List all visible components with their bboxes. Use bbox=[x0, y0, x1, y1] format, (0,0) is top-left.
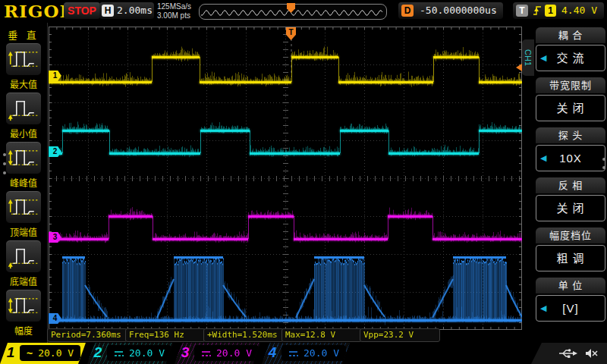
measurement-max: Max=12.8 V bbox=[281, 328, 362, 342]
channel2-badge[interactable]: 2 20.0 V bbox=[87, 343, 173, 364]
measurement-period: Period=7.360ms bbox=[47, 328, 127, 342]
menu-group-title: 单 位 bbox=[536, 278, 605, 293]
unit-value: [V] bbox=[562, 302, 578, 315]
left-measure-menu: 垂 直 最大值 最小值 峰峰值 顶端值 底端值 bbox=[0, 23, 48, 344]
rising-edge-icon bbox=[532, 5, 543, 17]
bandwidth-value: 关 闭 bbox=[556, 102, 584, 115]
invert-button[interactable]: 关 闭 bbox=[536, 195, 605, 221]
timebase-value: 2.00ms bbox=[117, 5, 153, 16]
probe-ratio-button[interactable]: ◀ 10X bbox=[536, 145, 605, 171]
menu-group-title: 带宽限制 bbox=[536, 77, 605, 93]
chevron-left-icon: ◀ bbox=[540, 146, 547, 171]
vernier-button[interactable]: 粗 调 bbox=[536, 245, 605, 271]
menu-item-vpp[interactable]: 峰峰值 bbox=[0, 141, 47, 190]
horizontal-timebase-group[interactable]: H 2.00ms bbox=[99, 2, 154, 19]
coupling-value: 交 流 bbox=[556, 52, 584, 64]
channel1-badge[interactable]: 1 ~ 20.0 V bbox=[0, 343, 86, 364]
measure-vpp-icon bbox=[5, 141, 42, 174]
channel2-number: 2 bbox=[90, 344, 105, 361]
right-channel-menu: CH1 耦 合 ◀ 交 流 带宽限制 关 闭 探 头 ◀ 10X bbox=[522, 23, 607, 344]
oscilloscope-screen: RIGOL STOP H 2.00ms 125MSa/s 3.00M pts D… bbox=[0, 0, 607, 364]
measurement-pos-width: +Width=1.520ms bbox=[203, 328, 284, 342]
invert-value: 关 闭 bbox=[556, 202, 584, 215]
brand-logo: RIGOL bbox=[4, 1, 73, 21]
delay-value: -50.0000000us bbox=[420, 5, 497, 16]
measurement-vpp: Vpp=23.2 V bbox=[360, 328, 440, 342]
run-stop-status[interactable]: STOP bbox=[64, 2, 100, 19]
usb-icon bbox=[558, 348, 577, 359]
top-status-bar: RIGOL STOP H 2.00ms 125MSa/s 3.00M pts D… bbox=[0, 0, 607, 23]
chevron-left-icon: ◀ bbox=[540, 296, 547, 321]
menu-group-vernier: 幅度档位 粗 调 bbox=[536, 228, 605, 271]
trigger-source-badge: 1 bbox=[545, 5, 556, 17]
menu-group-title: 耦 合 bbox=[536, 27, 605, 43]
unit-button[interactable]: ◀ [V] bbox=[536, 295, 605, 322]
right-menu-page-dots bbox=[602, 158, 605, 174]
trigger-delay-group[interactable]: D -50.0000000us bbox=[398, 2, 503, 19]
menu-item-vmin[interactable]: 最小值 bbox=[0, 92, 47, 141]
menu-group-title: 幅度档位 bbox=[536, 228, 605, 243]
delay-icon: D bbox=[401, 5, 414, 17]
trigger-status-group[interactable]: T 1 4.40 V bbox=[513, 2, 604, 19]
channel3-badge[interactable]: 3 20.0 V bbox=[175, 343, 260, 364]
measure-vmin-icon bbox=[5, 92, 42, 125]
menu-item-label: 最大值 bbox=[0, 77, 47, 90]
probe-value: 10X bbox=[559, 152, 582, 165]
menu-group-coupling: 耦 合 ◀ 交 流 bbox=[536, 27, 605, 71]
menu-item-label: 顶端值 bbox=[0, 225, 47, 238]
measurement-freq: Freq=136 Hz bbox=[125, 328, 206, 342]
channel4-number: 4 bbox=[265, 344, 280, 361]
channel4-badge[interactable]: 4 20.0 V bbox=[262, 343, 350, 364]
coupling-button[interactable]: ◀ 交 流 bbox=[536, 45, 605, 71]
measure-vamp-icon bbox=[5, 289, 42, 322]
waveform-display[interactable] bbox=[49, 27, 522, 330]
menu-group-title: 探 头 bbox=[536, 127, 605, 143]
channel4-scale: 20.0 V bbox=[304, 347, 339, 359]
menu-item-label: 底端值 bbox=[0, 275, 47, 287]
menu-item-vmax[interactable]: 最大值 bbox=[0, 42, 47, 92]
channel1-number: 1 bbox=[3, 344, 18, 361]
channel2-scale: 20.0 V bbox=[129, 347, 165, 359]
menu-item-vtop[interactable]: 顶端值 bbox=[0, 190, 47, 240]
horizontal-icon: H bbox=[102, 5, 114, 17]
menu-group-probe: 探 头 ◀ 10X bbox=[536, 127, 605, 171]
measure-vbase-icon bbox=[5, 240, 42, 273]
menu-item-label: 最小值 bbox=[0, 127, 47, 140]
measure-vtop-icon bbox=[5, 190, 42, 224]
system-status-panel bbox=[531, 343, 607, 364]
channel-status-bar: 1 ~ 20.0 V 2 20.0 V 3 bbox=[0, 343, 607, 364]
speaker-muted-icon bbox=[585, 348, 598, 359]
channel3-scale: 20.0 V bbox=[216, 347, 252, 359]
menu-group-invert: 反 相 关 闭 bbox=[536, 177, 605, 221]
trigger-icon: T bbox=[516, 5, 528, 17]
ac-coupling-icon: ~ bbox=[27, 347, 33, 359]
bandwidth-limit-button[interactable]: 关 闭 bbox=[536, 95, 605, 121]
dc-coupling-icon bbox=[114, 350, 124, 357]
menu-group-bandwidth: 带宽限制 关 闭 bbox=[536, 77, 605, 121]
channel-menu-tab[interactable]: CH1 bbox=[522, 39, 534, 76]
memory-depth: 3.00M pts bbox=[157, 11, 191, 20]
menu-item-vbase[interactable]: 底端值 bbox=[0, 240, 47, 289]
acquisition-info: 125MSa/s 3.00M pts bbox=[157, 2, 191, 20]
dc-coupling-icon bbox=[288, 350, 298, 357]
menu-item-vamp[interactable]: 幅度 bbox=[0, 289, 47, 338]
sample-rate: 125MSa/s bbox=[157, 2, 191, 11]
left-menu-page-dots bbox=[3, 153, 6, 180]
menu-item-label: 幅度 bbox=[0, 324, 47, 337]
trigger-level-value: 4.40 V bbox=[561, 5, 597, 16]
menu-item-label: 峰峰值 bbox=[0, 176, 47, 189]
measure-vmax-icon bbox=[5, 42, 42, 76]
channel1-scale: 20.0 V bbox=[38, 347, 74, 359]
menu-group-title: 反 相 bbox=[536, 177, 605, 193]
dc-coupling-icon bbox=[201, 350, 211, 357]
left-menu-title: 垂 直 bbox=[0, 27, 47, 42]
chevron-left-icon: ◀ bbox=[540, 46, 547, 71]
channel3-number: 3 bbox=[178, 344, 193, 361]
vernier-value: 粗 调 bbox=[556, 252, 584, 265]
menu-group-unit: 单 位 ◀ [V] bbox=[536, 278, 605, 322]
trigger-level-marker[interactable] bbox=[516, 64, 522, 71]
